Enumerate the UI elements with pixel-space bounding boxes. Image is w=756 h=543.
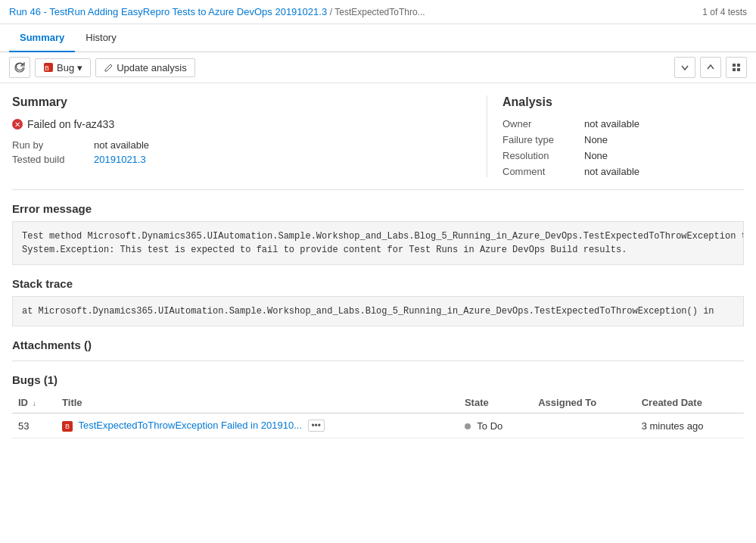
col-state: State <box>459 392 532 413</box>
bugs-table: ID ↓ Title State Assigned To Created Dat… <box>12 392 744 438</box>
analysis-grid: Owner not available Failure type None Re… <box>502 118 744 177</box>
bug-assigned-to <box>532 413 635 438</box>
tested-build-label: Tested build <box>12 154 88 165</box>
failure-type-value: None <box>584 134 744 145</box>
toolbar: B Bug ▾ Update analysis <box>0 52 756 83</box>
col-created-date: Created Date <box>636 392 744 413</box>
bugs-title: Bugs (1) <box>12 373 744 386</box>
comment-label: Comment <box>502 166 578 177</box>
left-panel: Summary ✕ Failed on fv-az433 Run by not … <box>12 95 471 177</box>
id-sort-icon: ↓ <box>33 399 36 407</box>
options-button[interactable] <box>726 57 747 78</box>
breadcrumb: Run 46 - TestRun Adding EasyRepro Tests … <box>0 0 756 24</box>
failed-on-text: Failed on fv-az433 <box>27 118 114 130</box>
run-by-value: not available <box>94 139 471 151</box>
tested-build-link[interactable]: 20191021.3 <box>94 154 471 165</box>
bug-dropdown-icon: ▾ <box>77 62 82 73</box>
bug-ellipsis-button[interactable]: ••• <box>308 420 325 432</box>
bug-title: B TestExpectedToThrowException Failed in… <box>56 413 459 438</box>
svg-rect-4 <box>733 68 736 71</box>
stack-trace-title: Stack trace <box>12 277 744 290</box>
failed-line: ✕ Failed on fv-az433 <box>12 118 471 130</box>
update-analysis-label: Update analysis <box>117 62 187 73</box>
test-name: TestExpectedToThro... <box>334 7 425 17</box>
summary-title: Summary <box>12 95 471 109</box>
update-analysis-button[interactable]: Update analysis <box>95 58 195 77</box>
right-panel: Analysis Owner not available Failure typ… <box>487 95 744 177</box>
comment-value: not available <box>584 166 744 177</box>
bug-type-icon: B <box>62 421 73 432</box>
bug-id: 53 <box>12 413 56 438</box>
up-arrow-icon <box>706 63 715 72</box>
stack-trace-content: at Microsoft.Dynamics365.UIAutomation.Sa… <box>12 296 744 326</box>
stack-trace-section: Stack trace at Microsoft.Dynamics365.UIA… <box>0 277 756 326</box>
bug-label: Bug <box>57 62 74 73</box>
grid-icon <box>732 63 741 72</box>
state-dot <box>465 423 471 429</box>
run-link[interactable]: Run 46 - TestRun Adding EasyRepro Tests … <box>9 6 327 17</box>
summary-meta: Run by not available Tested build 201910… <box>12 139 471 165</box>
svg-rect-3 <box>737 64 740 67</box>
bugs-section: Bugs (1) ID ↓ Title State Assigned To Cr… <box>0 373 756 451</box>
bug-button[interactable]: B Bug ▾ <box>35 58 91 77</box>
tab-history[interactable]: History <box>75 24 126 52</box>
bug-created-date: 3 minutes ago <box>636 413 744 438</box>
svg-rect-5 <box>737 68 740 71</box>
error-message-title: Error message <box>12 202 744 215</box>
bug-icon: B <box>43 62 54 73</box>
col-title: Title <box>56 392 459 413</box>
state-label: To Do <box>477 420 502 432</box>
refresh-icon <box>14 62 25 73</box>
failure-type-label: Failure type <box>502 134 578 145</box>
analysis-title: Analysis <box>502 95 744 109</box>
col-id[interactable]: ID ↓ <box>12 392 56 413</box>
svg-rect-2 <box>733 64 736 67</box>
resolution-label: Resolution <box>502 150 578 161</box>
owner-label: Owner <box>502 118 578 130</box>
error-icon: ✕ <box>12 119 23 130</box>
col-assigned-to: Assigned To <box>532 392 635 413</box>
attachments-title: Attachments () <box>12 339 744 351</box>
test-count: 1 of 4 tests <box>702 7 747 17</box>
tabs-bar: Summary History <box>0 24 756 52</box>
pencil-icon <box>104 63 114 73</box>
previous-button[interactable] <box>674 57 695 78</box>
error-message-section: Error message Test method Microsoft.Dyna… <box>0 202 756 265</box>
next-button[interactable] <box>700 57 721 78</box>
refresh-button[interactable] <box>9 57 30 78</box>
bug-title-link[interactable]: TestExpectedToThrowException Failed in 2… <box>79 420 303 431</box>
owner-value: not available <box>584 118 744 130</box>
resolution-value: None <box>584 150 744 161</box>
tab-summary[interactable]: Summary <box>9 24 75 52</box>
down-arrow-icon <box>680 63 689 72</box>
bug-state: To Do <box>459 413 532 438</box>
svg-text:B: B <box>45 64 49 72</box>
run-by-label: Run by <box>12 139 88 151</box>
main-content: Summary ✕ Failed on fv-az433 Run by not … <box>0 83 756 189</box>
error-message-content: Test method Microsoft.Dynamics365.UIAuto… <box>12 221 744 265</box>
table-row: 53 B TestExpectedToThrowException Failed… <box>12 413 744 438</box>
attachments-section: Attachments () <box>0 339 756 351</box>
